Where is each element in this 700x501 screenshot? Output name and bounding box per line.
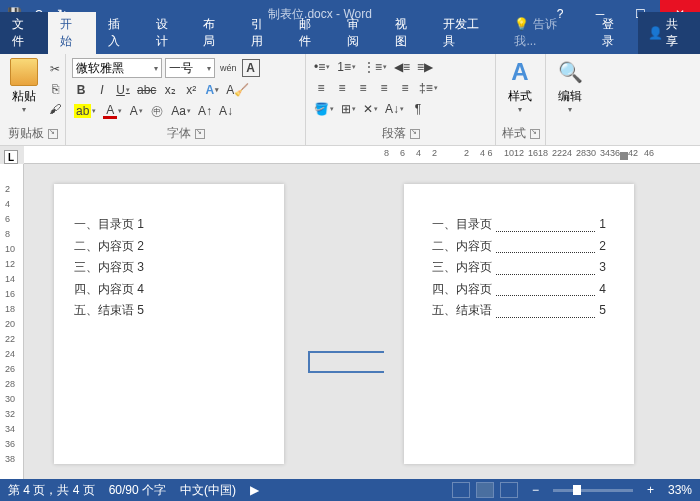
tab-review[interactable]: 审阅 — [335, 12, 383, 54]
copy-button[interactable]: ⎘ — [46, 80, 64, 98]
zoom-in-button[interactable]: + — [647, 483, 654, 497]
enclose-char-button[interactable]: ㊥ — [148, 102, 166, 120]
toc-line[interactable]: 四、内容页4 — [432, 279, 606, 301]
ruler-tick: 30 — [5, 394, 15, 404]
page-indicator[interactable]: 第 4 页，共 4 页 — [8, 482, 95, 499]
subscript-button[interactable]: x₂ — [161, 81, 179, 99]
underline-button[interactable]: U — [114, 81, 132, 99]
zoom-slider[interactable] — [553, 489, 633, 492]
paragraph-label: 段落 — [382, 125, 406, 142]
font-color-button[interactable]: A — [101, 102, 124, 120]
paste-button[interactable]: 粘贴 ▾ — [4, 56, 44, 116]
shrink-font-button[interactable]: A↓ — [217, 102, 235, 120]
shading-button[interactable]: 🪣 — [312, 100, 336, 118]
tab-view[interactable]: 视图 — [383, 12, 431, 54]
leader-dots — [496, 236, 595, 254]
horizontal-ruler[interactable]: 864224 6101216182224283034364246 — [24, 146, 700, 164]
character-border-button[interactable]: A — [242, 59, 260, 77]
ruler-tick: 24 — [5, 349, 15, 359]
styles-launcher-icon[interactable] — [530, 129, 540, 139]
toc-line[interactable]: 三、内容页 3 — [74, 257, 264, 279]
font-launcher-icon[interactable] — [195, 129, 205, 139]
ruler-tick: 8 — [384, 148, 389, 158]
tab-references[interactable]: 引用 — [239, 12, 287, 54]
char-shading-button[interactable]: A — [127, 102, 145, 120]
distribute-button[interactable]: ≡ — [396, 79, 414, 97]
editing-button[interactable]: 🔍 编辑 ▾ — [550, 56, 590, 116]
ruler-tick: 1012 — [504, 148, 524, 158]
language-indicator[interactable]: 中文(中国) — [180, 482, 236, 499]
align-left-button[interactable]: ≡ — [312, 79, 330, 97]
bullets-button[interactable]: •≡ — [312, 58, 332, 76]
decrease-indent-button[interactable]: ◀≡ — [392, 58, 412, 76]
strikethrough-button[interactable]: abc — [135, 81, 158, 99]
italic-button[interactable]: I — [93, 81, 111, 99]
toc-line[interactable]: 四、内容页 4 — [74, 279, 264, 301]
ruler-tick: 10 — [5, 244, 15, 254]
toc-line[interactable]: 一、目录页 1 — [74, 214, 264, 236]
zoom-out-button[interactable]: − — [532, 483, 539, 497]
format-painter-button[interactable]: 🖌 — [46, 100, 64, 118]
text-effects-button[interactable]: A — [203, 81, 221, 99]
phonetic-guide-button[interactable]: wén — [218, 59, 239, 77]
share-button[interactable]: 👤共享 — [638, 12, 700, 54]
line-spacing-button[interactable]: ‡≡ — [417, 79, 440, 97]
word-count[interactable]: 60/90 个字 — [109, 482, 166, 499]
increase-indent-button[interactable]: ≡▶ — [415, 58, 435, 76]
read-mode-button[interactable] — [452, 482, 470, 498]
tab-mailings[interactable]: 邮件 — [287, 12, 335, 54]
font-label: 字体 — [167, 125, 191, 142]
tab-home[interactable]: 开始 — [48, 12, 96, 54]
tab-layout[interactable]: 布局 — [191, 12, 239, 54]
print-layout-button[interactable] — [476, 482, 494, 498]
paragraph-launcher-icon[interactable] — [410, 129, 420, 139]
toc-line[interactable]: 三、内容页3 — [432, 257, 606, 279]
borders-button[interactable]: ⊞ — [339, 100, 358, 118]
align-right-button[interactable]: ≡ — [354, 79, 372, 97]
tab-stop-marker[interactable] — [620, 152, 628, 160]
font-size-select[interactable]: 一号▾ — [165, 58, 215, 78]
asian-layout-button[interactable]: ✕ — [361, 100, 380, 118]
paste-icon — [10, 58, 38, 86]
sort-button[interactable]: A↓ — [383, 100, 406, 118]
grow-font-button[interactable]: A↑ — [196, 102, 214, 120]
ruler-tick: 32 — [5, 409, 15, 419]
page-right[interactable]: 一、目录页1二、内容页2三、内容页3四、内容页4五、结束语5 — [404, 184, 634, 464]
tab-developer[interactable]: 开发工具 — [431, 12, 503, 54]
toc-line[interactable]: 一、目录页1 — [432, 214, 606, 236]
zoom-level[interactable]: 33% — [668, 483, 692, 497]
tab-insert[interactable]: 插入 — [96, 12, 144, 54]
ruler-tick: 26 — [5, 364, 15, 374]
macro-indicator[interactable]: ▶ — [250, 483, 259, 497]
clear-formatting-button[interactable]: A🧹 — [224, 81, 251, 99]
tell-me[interactable]: 💡 告诉我... — [502, 12, 590, 54]
toc-line[interactable]: 五、结束语 5 — [74, 300, 264, 322]
toc-line[interactable]: 二、内容页2 — [432, 236, 606, 258]
numbering-button[interactable]: 1≡ — [335, 58, 358, 76]
clipboard-launcher-icon[interactable] — [48, 129, 58, 139]
login-button[interactable]: 登录 — [590, 12, 638, 54]
tab-design[interactable]: 设计 — [144, 12, 192, 54]
align-center-button[interactable]: ≡ — [333, 79, 351, 97]
superscript-button[interactable]: x² — [182, 81, 200, 99]
justify-button[interactable]: ≡ — [375, 79, 393, 97]
ruler-tick: 4 — [416, 148, 421, 158]
zoom-thumb[interactable] — [573, 485, 581, 495]
font-name-select[interactable]: 微软雅黑▾ — [72, 58, 162, 78]
toc-line[interactable]: 二、内容页 2 — [74, 236, 264, 258]
multilevel-list-button[interactable]: ⋮≡ — [361, 58, 389, 76]
page-left[interactable]: 一、目录页 1二、内容页 2三、内容页 3四、内容页 4五、结束语 5 — [54, 184, 284, 464]
tab-type-selector[interactable]: L — [4, 150, 18, 164]
tab-file[interactable]: 文件 — [0, 12, 48, 54]
group-font: 微软雅黑▾ 一号▾ wén A B I U abc x₂ x² A A🧹 ab — [66, 54, 306, 145]
toc-line[interactable]: 五、结束语5 — [432, 300, 606, 322]
vertical-ruler[interactable]: 2468101214161820222426283032343638 — [0, 164, 24, 479]
web-layout-button[interactable] — [500, 482, 518, 498]
bold-button[interactable]: B — [72, 81, 90, 99]
styles-button[interactable]: A 样式 ▾ — [500, 56, 540, 116]
change-case-button[interactable]: Aa — [169, 102, 193, 120]
cut-button[interactable]: ✂ — [46, 60, 64, 78]
show-marks-button[interactable]: ¶ — [409, 100, 427, 118]
highlight-button[interactable]: ab — [72, 102, 98, 120]
ruler-tick: 8 — [5, 229, 10, 239]
